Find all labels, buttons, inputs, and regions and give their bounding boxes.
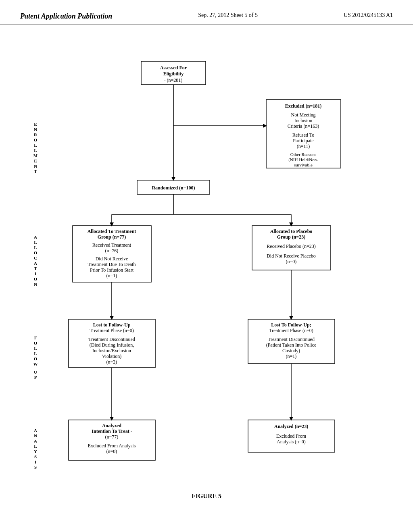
svg-text:N: N xyxy=(34,282,37,287)
svg-text:O: O xyxy=(34,341,38,345)
svg-text:Lost to Follow-Up: Lost to Follow-Up xyxy=(93,322,131,328)
svg-text:Analysis (n=0): Analysis (n=0) xyxy=(277,439,306,445)
svg-text:R: R xyxy=(34,132,38,137)
svg-text:Analyzed: Analyzed xyxy=(102,423,121,428)
svg-text:O: O xyxy=(34,250,38,255)
svg-text:(NIH Hold/Non-: (NIH Hold/Non- xyxy=(288,157,318,162)
header-left: Patent Application Publication xyxy=(20,12,112,21)
svg-text:Prior To Infusion Start: Prior To Infusion Start xyxy=(90,267,134,273)
svg-text:Did Not Receive Placebo: Did Not Receive Placebo xyxy=(267,253,316,259)
svg-text:Other Reasons: Other Reasons xyxy=(290,152,316,157)
svg-text:Treatment Due To Death: Treatment Due To Death xyxy=(88,262,136,267)
svg-text:Inclusion/Exclusion: Inclusion/Exclusion xyxy=(92,348,131,353)
svg-text:Allocated To Treatment: Allocated To Treatment xyxy=(88,229,136,234)
svg-text:Treatment Discontinued: Treatment Discontinued xyxy=(88,337,135,342)
svg-text:L: L xyxy=(34,245,37,250)
svg-text:Custody): Custody) xyxy=(282,348,300,353)
svg-text:Randomized (n=100): Randomized (n=100) xyxy=(152,185,195,191)
svg-text:T: T xyxy=(34,169,37,174)
svg-text:S: S xyxy=(34,454,37,459)
svg-text:Y: Y xyxy=(34,449,37,454)
figure-caption: FIGURE 5 xyxy=(24,493,389,500)
svg-text:Excluded (n=181): Excluded (n=181) xyxy=(285,103,322,109)
page: Patent Application Publication Sep. 27, … xyxy=(0,0,413,532)
svg-text:E: E xyxy=(34,158,37,163)
svg-text:Intention To Treat  ·: Intention To Treat · xyxy=(92,428,131,434)
svg-text:A: A xyxy=(34,261,37,266)
svg-text:Received Placebo (n=23): Received Placebo (n=23) xyxy=(267,243,315,249)
svg-text:M: M xyxy=(33,153,38,158)
svg-text:Criteria (n=163): Criteria (n=163) xyxy=(288,123,319,129)
svg-text:F: F xyxy=(34,335,37,340)
svg-text:(n=2): (n=2) xyxy=(106,359,117,365)
svg-text:(n=1): (n=1) xyxy=(106,273,117,278)
flowchart-svg: E N R O L L M E N T A L L O C A T I O N … xyxy=(24,37,395,480)
svg-text:C: C xyxy=(34,256,37,260)
svg-text:Analyzed (n=23): Analyzed (n=23) xyxy=(274,424,309,429)
svg-text:Allocated to Placebo: Allocated to Placebo xyxy=(270,229,313,234)
svg-text:L: L xyxy=(34,346,37,351)
svg-text:Did Not Receive: Did Not Receive xyxy=(96,256,128,262)
svg-text:Violation): Violation) xyxy=(102,353,122,359)
svg-text:Eligibility: Eligibility xyxy=(163,71,184,77)
svg-text:S: S xyxy=(34,465,37,470)
header-center: Sep. 27, 2012 Sheet 5 of 5 xyxy=(198,12,258,19)
svg-text:· (n=281): · (n=281) xyxy=(165,77,183,83)
svg-text:T: T xyxy=(34,266,37,271)
svg-text:(n=77): (n=77) xyxy=(105,434,119,440)
svg-text:I: I xyxy=(35,271,36,276)
svg-text:Refused To: Refused To xyxy=(292,132,315,138)
svg-text:Assessed For: Assessed For xyxy=(160,65,187,71)
svg-text:I: I xyxy=(35,459,36,464)
svg-text:O: O xyxy=(34,137,38,142)
svg-text:L: L xyxy=(34,240,37,245)
svg-text:N: N xyxy=(34,127,37,132)
svg-text:A: A xyxy=(34,235,37,239)
header-right: US 2012/0245133 A1 xyxy=(344,12,393,19)
svg-text:(n=76): (n=76) xyxy=(105,248,119,254)
svg-text:Inclusion: Inclusion xyxy=(294,118,313,123)
svg-text:L: L xyxy=(34,143,37,148)
svg-text:O: O xyxy=(34,356,38,361)
svg-text:A: A xyxy=(34,438,37,443)
svg-text:Treatment Phase (n=0): Treatment Phase (n=0) xyxy=(269,328,313,333)
svg-text:N: N xyxy=(34,164,37,168)
svg-text:Lost To Follow-Up;: Lost To Follow-Up; xyxy=(271,322,311,328)
svg-text:U: U xyxy=(34,370,37,374)
content: E N R O L L M E N T A L L O C A T I O N … xyxy=(0,29,413,508)
svg-text:L: L xyxy=(34,351,37,356)
svg-text:Treatment Phase (n=0): Treatment Phase (n=0) xyxy=(90,328,134,333)
svg-text:Group (n=23): Group (n=23) xyxy=(277,234,305,240)
svg-text:(n=0): (n=0) xyxy=(106,449,117,454)
svg-text:L: L xyxy=(34,148,37,153)
enrollment-label: E xyxy=(34,122,37,127)
svg-text:P: P xyxy=(34,375,37,380)
svg-text:(Died During Infusion,: (Died During Infusion, xyxy=(90,342,134,348)
svg-text:W: W xyxy=(33,362,38,366)
svg-text:Treatment Discontinued: Treatment Discontinued xyxy=(268,337,315,342)
svg-text:Excluded From Analysis: Excluded From Analysis xyxy=(88,443,136,449)
svg-text:Excluded From: Excluded From xyxy=(276,433,307,439)
svg-text:N: N xyxy=(34,433,37,438)
svg-text:survivable: survivable xyxy=(294,162,313,167)
svg-text:L: L xyxy=(34,444,37,449)
header: Patent Application Publication Sep. 27, … xyxy=(0,0,413,25)
svg-text:(Patient Taken Into Police: (Patient Taken Into Police xyxy=(266,342,317,348)
svg-text:A: A xyxy=(34,428,37,433)
svg-text:(n=0): (n=0) xyxy=(286,259,297,264)
svg-text:Not Meeting: Not Meeting xyxy=(291,112,316,118)
svg-text:Group (n=77): Group (n=77) xyxy=(98,234,126,240)
svg-text:(n=11): (n=11) xyxy=(297,143,310,149)
svg-text:O: O xyxy=(34,276,38,281)
svg-text:(n=1): (n=1) xyxy=(286,353,297,359)
svg-text:Received Treatment: Received Treatment xyxy=(92,242,131,248)
svg-text:Participate: Participate xyxy=(293,138,313,143)
